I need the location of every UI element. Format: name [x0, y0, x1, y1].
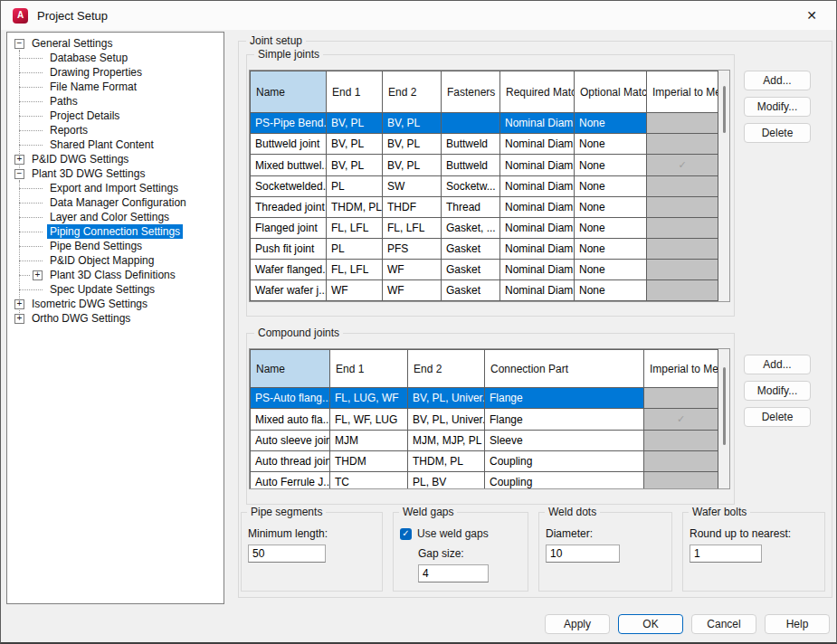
table-row[interactable]: Push fit joint PL PFS Gasket Nominal Dia…	[251, 239, 718, 260]
cell-optional: None	[575, 113, 647, 134]
scrollbar-thumb[interactable]	[723, 367, 726, 445]
table-row[interactable]: Auto Ferrule J... TC PL, BV Coupling	[251, 472, 718, 490]
tree-item-label: Plant 3D Class Definitions	[47, 268, 178, 282]
table-row[interactable]: Flanged joint FL, LFL FL, LFL Gasket, ..…	[251, 218, 718, 239]
pipe-segments-label: Pipe segments	[247, 506, 326, 518]
use-weld-gaps-checkbox[interactable]: ✓	[400, 528, 412, 540]
cell-imperial	[644, 472, 718, 490]
help-button[interactable]: Help	[765, 614, 830, 634]
tree-item-reports[interactable]: Reports	[19, 123, 224, 137]
column-header-end2: End 2	[383, 71, 442, 113]
compound-joints-table: Name End 1 End 2 Connection Part Imperia…	[249, 348, 730, 489]
cell-imperial: ✓	[647, 155, 718, 176]
cell-end2: WF	[383, 260, 442, 280]
tree-item-plant3d-dwg-settings[interactable]: − Plant 3D DWG Settings	[7, 166, 224, 181]
table-row[interactable]: Mixed buttwel... BV, PL BV, PL Buttweld …	[251, 155, 718, 176]
simple-modify-button[interactable]: Modify...	[744, 97, 811, 117]
tree-item-piping-connection-settings[interactable]: Piping Connection Settings	[19, 224, 224, 239]
tree-item-label: Data Manager Configuration	[47, 195, 189, 210]
cell-name: Flanged joint	[251, 218, 327, 239]
tree-item-layer-color-settings[interactable]: Layer and Color Settings	[19, 210, 224, 224]
tree-item-project-details[interactable]: Project Details	[19, 109, 224, 123]
cell-end1: BV, PL	[327, 134, 383, 155]
collapse-icon[interactable]: −	[14, 39, 24, 49]
cancel-button[interactable]: Cancel	[691, 614, 756, 634]
apply-button[interactable]: Apply	[545, 614, 610, 634]
cell-optional: None	[575, 197, 647, 218]
cell-imperial	[647, 134, 718, 155]
column-header-name: Name	[251, 71, 327, 113]
table-row[interactable]: Threaded joint THDM, PL THDF Thread Nomi…	[251, 197, 718, 218]
cell-required: Nominal Diam...	[500, 155, 575, 176]
checkbox-checked-icon[interactable]: ✓	[647, 155, 718, 175]
collapse-icon[interactable]: −	[14, 169, 24, 179]
compound-joints-label: Compound joints	[254, 327, 343, 339]
expand-icon[interactable]: +	[33, 270, 43, 280]
table-row[interactable]: Wafer wafer j... WF WF Gasket Nominal Di…	[251, 280, 718, 301]
tree-item-database-setup[interactable]: Database Setup	[19, 51, 224, 65]
tree-item-drawing-properties[interactable]: Drawing Properties	[19, 65, 224, 80]
tree-item-ortho-dwg-settings[interactable]: + Ortho DWG Settings	[7, 311, 224, 326]
round-up-label: Round up to nearest:	[690, 527, 817, 540]
minimum-length-input[interactable]	[248, 545, 326, 563]
tree-item-plant3d-class-definitions[interactable]: +Plant 3D Class Definitions	[19, 268, 224, 282]
cell-name: PS-Auto flang...	[251, 388, 330, 409]
title-bar: A Project Setup ✕	[1, 1, 836, 30]
table-row[interactable]: Socketwelded... PL SW Socketw... Nominal…	[251, 176, 718, 197]
checkbox-checked-icon[interactable]: ✓	[644, 409, 718, 430]
cell-required: Nominal Diam...	[500, 260, 575, 280]
ok-button[interactable]: OK	[618, 614, 683, 634]
cell-end2: BV, PL, Univer...	[408, 409, 485, 431]
tree-item-file-name-format[interactable]: File Name Format	[19, 80, 224, 94]
scrollbar-thumb[interactable]	[723, 86, 726, 133]
vertical-scrollbar[interactable]	[718, 349, 730, 488]
tree-item-export-import-settings[interactable]: Export and Import Settings	[19, 181, 224, 195]
gap-size-input[interactable]	[418, 564, 489, 582]
table-row[interactable]: Mixed auto fla... FL, WF, LUG BV, PL, Un…	[251, 409, 718, 431]
table-row[interactable]: PS-Pipe Bend... BV, PL BV, PL Nominal Di…	[251, 113, 718, 134]
table-row[interactable]: Auto sleeve joint MJM MJM, MJP, PL Sleev…	[251, 431, 718, 451]
cell-fasteners: Gasket, ...	[442, 218, 500, 239]
cell-optional: None	[575, 218, 647, 239]
table-row[interactable]: Buttweld joint BV, PL BV, PL Buttweld No…	[251, 134, 718, 155]
tree-item-isometric-dwg-settings[interactable]: + Isometric DWG Settings	[7, 297, 224, 311]
cell-required: Nominal Diam...	[500, 239, 575, 260]
compound-modify-button[interactable]: Modify...	[744, 381, 811, 401]
tree-item-spec-update-settings[interactable]: Spec Update Settings	[19, 282, 224, 297]
cell-optional: None	[575, 134, 647, 155]
vertical-scrollbar[interactable]	[718, 71, 730, 301]
round-up-input[interactable]	[690, 545, 762, 563]
cell-end2: BV, PL	[383, 134, 442, 155]
expand-icon[interactable]: +	[14, 155, 24, 165]
tree-item-general-settings[interactable]: − General Settings	[7, 36, 224, 51]
table-row[interactable]: PS-Auto flang... FL, LUG, WF BV, PL, Uni…	[251, 388, 718, 409]
cell-required: Nominal Diam...	[500, 176, 575, 197]
cell-end2: BV, PL	[383, 155, 442, 176]
tree-item-data-manager-configuration[interactable]: Data Manager Configuration	[19, 195, 224, 210]
tree-item-pid-dwg-settings[interactable]: + P&ID DWG Settings	[7, 152, 224, 166]
cell-end2: PFS	[383, 239, 442, 260]
tree-item-pipe-bend-settings[interactable]: Pipe Bend Settings	[19, 239, 224, 253]
cell-name: Threaded joint	[251, 197, 327, 218]
tree-item-label: Reports	[47, 123, 90, 137]
cell-connection-part: Flange	[485, 409, 644, 431]
simple-delete-button[interactable]: Delete	[744, 123, 811, 143]
compound-delete-button[interactable]: Delete	[744, 407, 811, 427]
tree-item-paths[interactable]: Paths	[19, 94, 224, 109]
cell-end2: MJM, MJP, PL	[408, 431, 485, 451]
tree-item-label: P&ID DWG Settings	[29, 152, 131, 166]
simple-add-button[interactable]: Add...	[744, 71, 811, 90]
expand-icon[interactable]: +	[14, 299, 24, 309]
table-row[interactable]: Auto thread joint THDM THDM, PL Coupling	[251, 451, 718, 472]
compound-add-button[interactable]: Add...	[744, 355, 811, 374]
diameter-input[interactable]	[546, 545, 620, 563]
expand-icon[interactable]: +	[14, 314, 24, 324]
tree-item-shared-plant-content[interactable]: Shared Plant Content	[19, 137, 224, 152]
tree-item-pid-object-mapping[interactable]: P&ID Object Mapping	[19, 253, 224, 268]
close-icon[interactable]: ✕	[798, 5, 825, 25]
joint-setup-group: Joint setup Simple joints Name End 1 End…	[238, 41, 832, 598]
wafer-bolts-group: Wafer bolts Round up to nearest:	[682, 512, 825, 592]
tree-item-label: File Name Format	[47, 80, 139, 94]
cell-name: PS-Pipe Bend...	[251, 113, 327, 134]
table-row[interactable]: Wafer flanged... FL, LFL WF Gasket Nomin…	[251, 260, 718, 280]
